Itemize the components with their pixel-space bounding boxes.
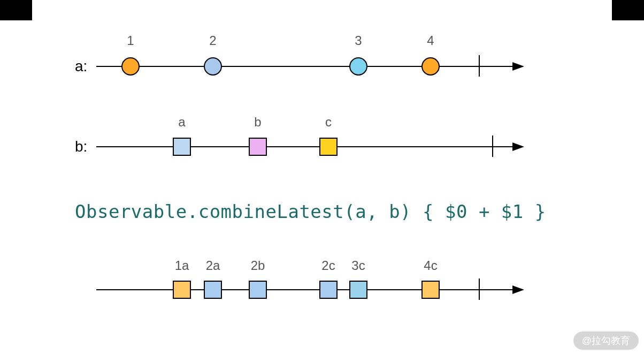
marble-o1-label: 1a	[175, 258, 189, 273]
stream-b-arrow	[512, 142, 524, 151]
marble-a1-label: 1	[127, 33, 134, 48]
marble-o3-label: 2b	[251, 258, 265, 273]
marble-o1	[173, 281, 191, 299]
stream-a-arrow	[512, 62, 524, 71]
decoration-strip-left	[0, 0, 32, 20]
stream-b-complete	[492, 135, 493, 157]
marble-a1	[121, 57, 140, 76]
marble-a3	[349, 57, 367, 76]
stream-out-complete	[479, 278, 480, 300]
marble-bc	[319, 138, 338, 156]
stream-b-timeline	[96, 146, 513, 147]
marble-o2	[204, 281, 222, 299]
marble-o6	[421, 281, 440, 299]
marble-o5	[349, 281, 367, 299]
marble-a4	[421, 57, 440, 76]
decoration-strip-right	[612, 0, 644, 20]
stream-a-timeline	[96, 66, 513, 67]
marble-o2-label: 2a	[206, 258, 220, 273]
marble-ba	[173, 138, 191, 156]
marble-o4	[319, 281, 338, 299]
stream-a-complete	[479, 55, 480, 77]
marble-o4-label: 2c	[321, 258, 335, 273]
marble-a2-label: 2	[209, 33, 216, 48]
marble-a3-label: 3	[355, 33, 362, 48]
marble-ba-label: a	[178, 115, 185, 130]
stream-a-label: a:	[75, 58, 87, 75]
watermark-badge: @拉勾教育	[573, 332, 639, 350]
marble-a4-label: 4	[427, 33, 434, 48]
marble-bb	[249, 138, 267, 156]
marble-o6-label: 4c	[424, 258, 437, 273]
marble-a2	[204, 57, 222, 76]
stream-out-arrow	[512, 285, 524, 294]
stream-out-timeline	[96, 289, 513, 290]
operator-code: Observable.combineLatest(a, b) { $0 + $1…	[75, 201, 546, 222]
marble-bc-label: c	[325, 115, 332, 130]
stream-b-label: b:	[75, 138, 87, 155]
marble-o5-label: 3c	[351, 258, 365, 273]
marble-bb-label: b	[254, 115, 261, 130]
marble-o3	[249, 281, 267, 299]
